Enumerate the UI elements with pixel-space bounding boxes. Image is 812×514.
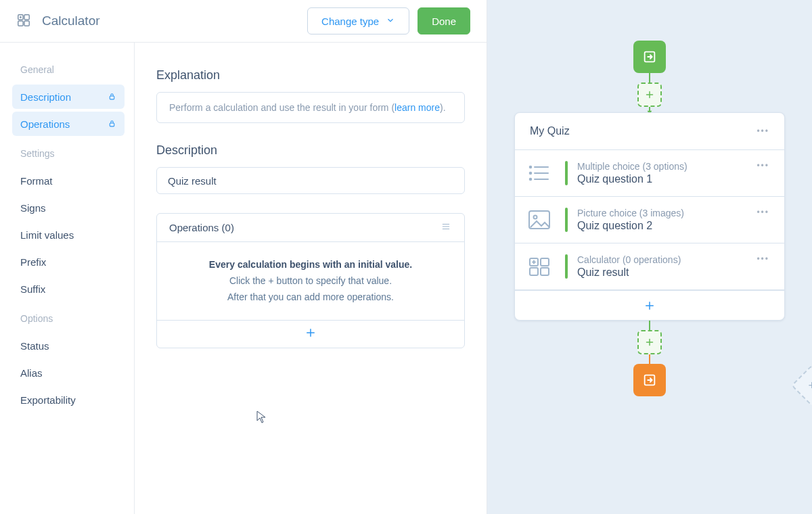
calculator-icon bbox=[523, 254, 556, 279]
svg-point-8 bbox=[530, 172, 532, 174]
block-accent-bar bbox=[565, 208, 568, 232]
sidebar-item-description[interactable]: Description bbox=[12, 85, 125, 109]
description-input[interactable] bbox=[156, 167, 465, 194]
sidebar-group-general: General bbox=[0, 55, 134, 82]
sidebar-item-operations[interactable]: Operations bbox=[12, 112, 125, 136]
svg-point-9 bbox=[530, 179, 532, 181]
svg-rect-4 bbox=[110, 95, 114, 99]
operations-footer bbox=[157, 321, 464, 348]
card-menu-button[interactable]: ••• bbox=[757, 126, 769, 136]
sidebar-item-limit-values[interactable]: Limit values bbox=[12, 223, 125, 247]
block-menu-button[interactable]: ••• bbox=[757, 161, 769, 185]
block-row[interactable]: Picture choice (3 images) Quiz question … bbox=[515, 197, 784, 243]
svg-rect-5 bbox=[110, 122, 114, 126]
editor-title: Calculator bbox=[42, 14, 100, 28]
sidebar-item-exportability[interactable]: Exportability bbox=[12, 388, 125, 412]
ops-empty-line-2: Click the + button to specify that value… bbox=[169, 273, 452, 289]
sidebar-item-signs[interactable]: Signs bbox=[12, 195, 125, 220]
card-header: My Quiz ••• bbox=[515, 113, 784, 150]
block-name: Quiz question 2 bbox=[577, 220, 747, 232]
description-heading: Description bbox=[156, 143, 465, 158]
form-area: Explanation Perform a calculation and us… bbox=[135, 43, 487, 514]
sidebar-item-label: Exportability bbox=[20, 394, 76, 406]
card-add-block-button[interactable] bbox=[515, 290, 784, 320]
svg-rect-14 bbox=[530, 268, 538, 275]
flow-add-node-top[interactable] bbox=[637, 83, 662, 107]
operations-card: Operations (0) Every calculation begins … bbox=[156, 213, 465, 348]
block-name: Quiz result bbox=[577, 266, 747, 279]
block-type: Calculator (0 operations) bbox=[577, 254, 747, 265]
block-type: Picture choice (3 images) bbox=[577, 208, 747, 218]
svg-rect-1 bbox=[24, 14, 29, 19]
done-button[interactable]: Done bbox=[418, 7, 470, 34]
explanation-box: Perform a calculation and use the result… bbox=[156, 92, 465, 123]
list-icon bbox=[523, 161, 556, 185]
sidebar-item-label: Status bbox=[20, 340, 49, 352]
svg-rect-15 bbox=[541, 268, 549, 275]
sidebar-item-label: Signs bbox=[20, 202, 46, 214]
sidebar-item-label: Suffix bbox=[20, 283, 45, 295]
flow-side-add-button[interactable]: + bbox=[791, 365, 812, 406]
operations-header: Operations (0) bbox=[157, 214, 464, 242]
flow-panel: ▼ My Quiz ••• Multiple choice (3 options… bbox=[487, 0, 812, 514]
operations-title: Operations (0) bbox=[169, 222, 234, 233]
ops-empty-line-3: After that you can add more operations. bbox=[169, 289, 452, 306]
change-type-label: Change type bbox=[321, 16, 379, 27]
sidebar-item-label: Operations bbox=[20, 118, 70, 130]
sidebar-group-options: Options bbox=[0, 304, 134, 331]
block-menu-button[interactable]: ••• bbox=[757, 254, 769, 279]
svg-rect-13 bbox=[541, 258, 549, 266]
explanation-text-post: ). bbox=[440, 102, 446, 113]
sidebar-item-alias[interactable]: Alias bbox=[12, 360, 125, 385]
image-icon bbox=[523, 208, 556, 232]
block-row[interactable]: Multiple choice (3 options) Quiz questio… bbox=[515, 150, 784, 197]
block-type: Multiple choice (3 options) bbox=[577, 161, 747, 172]
block-accent-bar bbox=[565, 254, 568, 279]
ops-empty-line-1: Every calculation begins with an initial… bbox=[169, 257, 452, 273]
list-icon[interactable] bbox=[440, 222, 452, 233]
sidebar-item-label: Prefix bbox=[20, 256, 46, 268]
change-type-button[interactable]: Change type bbox=[307, 7, 409, 34]
learn-more-link[interactable]: learn more bbox=[394, 102, 440, 113]
flow-end-node[interactable] bbox=[633, 364, 666, 396]
sidebar-group-settings: Settings bbox=[0, 139, 134, 166]
sidebar-item-status[interactable]: Status bbox=[12, 333, 125, 358]
lock-icon bbox=[108, 91, 116, 103]
block-accent-bar bbox=[565, 161, 568, 185]
explanation-heading: Explanation bbox=[156, 68, 465, 83]
svg-rect-2 bbox=[18, 20, 23, 25]
editor-header: Calculator Change type Done bbox=[0, 0, 487, 43]
lock-icon bbox=[108, 118, 116, 130]
sidebar-item-label: Alias bbox=[20, 367, 43, 379]
sidebar-item-label: Description bbox=[20, 91, 71, 103]
done-label: Done bbox=[432, 16, 456, 27]
explanation-text-pre: Perform a calculation and use the result… bbox=[169, 102, 394, 113]
sidebar-item-format[interactable]: Format bbox=[12, 168, 125, 193]
operations-empty-state: Every calculation begins with an initial… bbox=[157, 242, 464, 321]
flow-add-node-bottom[interactable] bbox=[637, 330, 662, 354]
sidebar: General Description Operations Settings … bbox=[0, 43, 135, 514]
svg-point-11 bbox=[534, 216, 537, 219]
svg-point-7 bbox=[530, 166, 532, 168]
chevron-down-icon bbox=[386, 16, 395, 27]
editor-panel: Calculator Change type Done General Desc… bbox=[0, 0, 487, 514]
card-title: My Quiz bbox=[530, 125, 570, 137]
svg-rect-3 bbox=[24, 20, 29, 25]
sidebar-item-label: Limit values bbox=[20, 229, 74, 241]
plus-icon: + bbox=[809, 378, 812, 392]
block-name: Quiz question 1 bbox=[577, 173, 747, 185]
flow-start-node[interactable] bbox=[633, 41, 666, 73]
add-operation-button[interactable] bbox=[304, 327, 317, 342]
flow-card: My Quiz ••• Multiple choice (3 options) … bbox=[514, 112, 785, 321]
sidebar-item-label: Format bbox=[20, 175, 53, 187]
block-menu-button[interactable]: ••• bbox=[757, 208, 769, 232]
block-row[interactable]: Calculator (0 operations) Quiz result ••… bbox=[515, 243, 784, 290]
sidebar-item-suffix[interactable]: Suffix bbox=[12, 277, 125, 301]
sidebar-item-prefix[interactable]: Prefix bbox=[12, 250, 125, 274]
calculator-icon bbox=[16, 13, 31, 30]
